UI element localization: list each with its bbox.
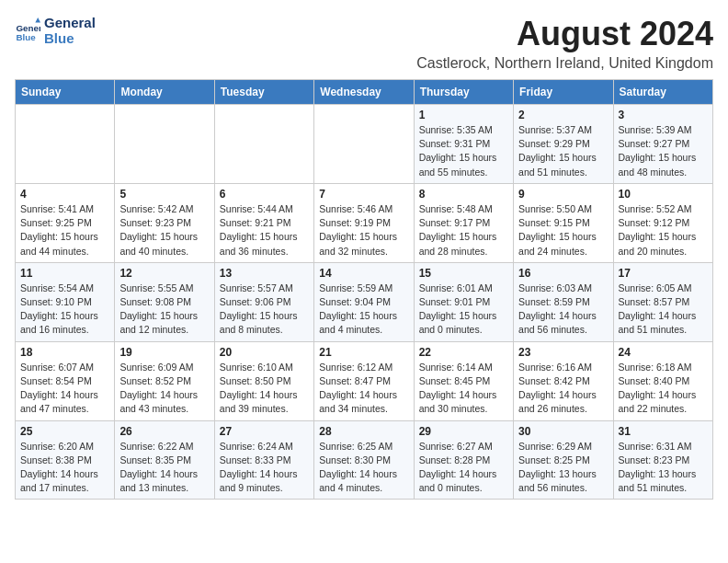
day-number: 24: [619, 346, 708, 359]
calendar-cell: 27Sunrise: 6:24 AMSunset: 8:33 PMDayligh…: [214, 420, 313, 500]
calendar-cell: [214, 105, 313, 184]
day-detail: Sunrise: 5:42 AMSunset: 9:23 PMDaylight:…: [119, 202, 209, 259]
day-detail: Sunrise: 6:20 AMSunset: 8:38 PMDaylight:…: [20, 440, 109, 496]
day-detail: Sunrise: 6:27 AMSunset: 8:28 PMDaylight:…: [419, 440, 508, 496]
weekday-header-thursday: Thursday: [414, 80, 513, 105]
weekday-header-monday: Monday: [115, 80, 214, 105]
calendar-cell: 16Sunrise: 6:03 AMSunset: 8:59 PMDayligh…: [514, 262, 613, 341]
calendar-cell: 15Sunrise: 6:01 AMSunset: 9:01 PMDayligh…: [414, 262, 513, 341]
calendar-cell: [314, 105, 414, 184]
day-number: 15: [419, 267, 508, 280]
calendar-week-5: 25Sunrise: 6:20 AMSunset: 8:38 PMDayligh…: [16, 420, 713, 500]
day-number: 12: [119, 267, 209, 280]
day-detail: Sunrise: 5:54 AMSunset: 9:10 PMDaylight:…: [20, 282, 109, 338]
day-detail: Sunrise: 6:05 AMSunset: 8:57 PMDaylight:…: [619, 282, 708, 338]
calendar-cell: 28Sunrise: 6:25 AMSunset: 8:30 PMDayligh…: [314, 420, 414, 500]
day-detail: Sunrise: 6:18 AMSunset: 8:40 PMDaylight:…: [619, 361, 708, 417]
calendar-week-1: 1Sunrise: 5:35 AMSunset: 9:31 PMDaylight…: [16, 105, 713, 184]
day-number: 6: [220, 188, 309, 201]
calendar-cell: 1Sunrise: 5:35 AMSunset: 9:31 PMDaylight…: [414, 105, 513, 184]
calendar-week-2: 4Sunrise: 5:41 AMSunset: 9:25 PMDaylight…: [16, 183, 713, 262]
calendar-cell: 18Sunrise: 6:07 AMSunset: 8:54 PMDayligh…: [16, 341, 115, 420]
calendar-cell: 29Sunrise: 6:27 AMSunset: 8:28 PMDayligh…: [414, 420, 513, 500]
calendar-week-3: 11Sunrise: 5:54 AMSunset: 9:10 PMDayligh…: [16, 262, 713, 341]
day-detail: Sunrise: 6:12 AMSunset: 8:47 PMDaylight:…: [319, 361, 408, 417]
calendar-cell: 13Sunrise: 5:57 AMSunset: 9:06 PMDayligh…: [214, 262, 313, 341]
calendar-cell: 11Sunrise: 5:54 AMSunset: 9:10 PMDayligh…: [16, 262, 115, 341]
day-number: 5: [119, 188, 209, 201]
day-number: 19: [119, 346, 209, 359]
calendar-week-4: 18Sunrise: 6:07 AMSunset: 8:54 PMDayligh…: [16, 341, 713, 420]
day-number: 11: [20, 267, 109, 280]
calendar-table: SundayMondayTuesdayWednesdayThursdayFrid…: [15, 79, 713, 500]
day-detail: Sunrise: 6:09 AMSunset: 8:52 PMDaylight:…: [119, 361, 209, 417]
day-number: 31: [619, 425, 708, 438]
day-number: 30: [518, 425, 608, 438]
weekday-header-tuesday: Tuesday: [214, 80, 313, 105]
day-detail: Sunrise: 5:39 AMSunset: 9:27 PMDaylight:…: [619, 123, 708, 179]
logo-text-blue: Blue: [44, 30, 96, 46]
calendar-cell: 10Sunrise: 5:52 AMSunset: 9:12 PMDayligh…: [613, 183, 712, 262]
day-detail: Sunrise: 6:25 AMSunset: 8:30 PMDaylight:…: [319, 440, 408, 496]
day-detail: Sunrise: 6:10 AMSunset: 8:50 PMDaylight:…: [220, 361, 309, 417]
calendar-cell: 17Sunrise: 6:05 AMSunset: 8:57 PMDayligh…: [613, 262, 712, 341]
svg-text:Blue: Blue: [16, 32, 36, 42]
day-number: 2: [518, 109, 608, 121]
day-number: 10: [619, 188, 708, 201]
day-detail: Sunrise: 6:22 AMSunset: 8:35 PMDaylight:…: [119, 440, 209, 496]
day-number: 22: [419, 346, 508, 359]
day-number: 17: [619, 267, 708, 280]
calendar-cell: 24Sunrise: 6:18 AMSunset: 8:40 PMDayligh…: [613, 341, 712, 420]
calendar-cell: 12Sunrise: 5:55 AMSunset: 9:08 PMDayligh…: [115, 262, 214, 341]
calendar-cell: 8Sunrise: 5:48 AMSunset: 9:17 PMDaylight…: [414, 183, 513, 262]
logo-icon: General Blue: [15, 17, 40, 43]
calendar-cell: 31Sunrise: 6:31 AMSunset: 8:23 PMDayligh…: [613, 420, 712, 500]
day-detail: Sunrise: 6:16 AMSunset: 8:42 PMDaylight:…: [518, 361, 608, 417]
day-number: 7: [319, 188, 408, 201]
calendar-cell: [16, 105, 115, 184]
day-detail: Sunrise: 6:14 AMSunset: 8:45 PMDaylight:…: [419, 361, 508, 417]
day-number: 23: [518, 346, 608, 359]
calendar-cell: [115, 105, 214, 184]
day-detail: Sunrise: 6:29 AMSunset: 8:25 PMDaylight:…: [518, 440, 608, 496]
weekday-header-row: SundayMondayTuesdayWednesdayThursdayFrid…: [16, 80, 713, 105]
calendar-cell: 21Sunrise: 6:12 AMSunset: 8:47 PMDayligh…: [314, 341, 414, 420]
calendar-cell: 22Sunrise: 6:14 AMSunset: 8:45 PMDayligh…: [414, 341, 513, 420]
day-detail: Sunrise: 5:35 AMSunset: 9:31 PMDaylight:…: [419, 123, 508, 179]
calendar-cell: 19Sunrise: 6:09 AMSunset: 8:52 PMDayligh…: [115, 341, 214, 420]
day-detail: Sunrise: 5:57 AMSunset: 9:06 PMDaylight:…: [220, 282, 309, 338]
day-detail: Sunrise: 5:48 AMSunset: 9:17 PMDaylight:…: [419, 202, 508, 259]
calendar-cell: 20Sunrise: 6:10 AMSunset: 8:50 PMDayligh…: [214, 341, 313, 420]
day-detail: Sunrise: 5:55 AMSunset: 9:08 PMDaylight:…: [119, 282, 209, 338]
day-number: 21: [319, 346, 408, 359]
title-block: August 2024 Castlerock, Northern Ireland…: [416, 15, 713, 72]
page-header: General Blue General Blue August 2024 Ca…: [15, 15, 713, 72]
logo-text-general: General: [44, 15, 96, 30]
day-number: 26: [119, 425, 209, 438]
calendar-cell: 6Sunrise: 5:44 AMSunset: 9:21 PMDaylight…: [214, 183, 313, 262]
day-number: 29: [419, 425, 508, 438]
day-number: 9: [518, 188, 608, 201]
day-detail: Sunrise: 5:37 AMSunset: 9:29 PMDaylight:…: [518, 123, 608, 179]
svg-marker-2: [35, 17, 40, 23]
day-number: 18: [20, 346, 109, 359]
calendar-cell: 4Sunrise: 5:41 AMSunset: 9:25 PMDaylight…: [16, 183, 115, 262]
day-detail: Sunrise: 6:01 AMSunset: 9:01 PMDaylight:…: [419, 282, 508, 338]
day-number: 25: [20, 425, 109, 438]
day-detail: Sunrise: 5:41 AMSunset: 9:25 PMDaylight:…: [20, 202, 109, 259]
weekday-header-saturday: Saturday: [613, 80, 712, 105]
day-detail: Sunrise: 5:52 AMSunset: 9:12 PMDaylight:…: [619, 202, 708, 259]
day-number: 13: [220, 267, 309, 280]
day-number: 4: [20, 188, 109, 201]
day-number: 28: [319, 425, 408, 438]
calendar-cell: 7Sunrise: 5:46 AMSunset: 9:19 PMDaylight…: [314, 183, 414, 262]
logo: General Blue General Blue: [15, 15, 96, 47]
calendar-cell: 14Sunrise: 5:59 AMSunset: 9:04 PMDayligh…: [314, 262, 414, 341]
calendar-cell: 25Sunrise: 6:20 AMSunset: 8:38 PMDayligh…: [16, 420, 115, 500]
day-number: 16: [518, 267, 608, 280]
day-detail: Sunrise: 6:24 AMSunset: 8:33 PMDaylight:…: [220, 440, 309, 496]
day-detail: Sunrise: 6:03 AMSunset: 8:59 PMDaylight:…: [518, 282, 608, 338]
location-subtitle: Castlerock, Northern Ireland, United Kin…: [416, 55, 713, 72]
calendar-cell: 23Sunrise: 6:16 AMSunset: 8:42 PMDayligh…: [514, 341, 613, 420]
weekday-header-friday: Friday: [514, 80, 613, 105]
